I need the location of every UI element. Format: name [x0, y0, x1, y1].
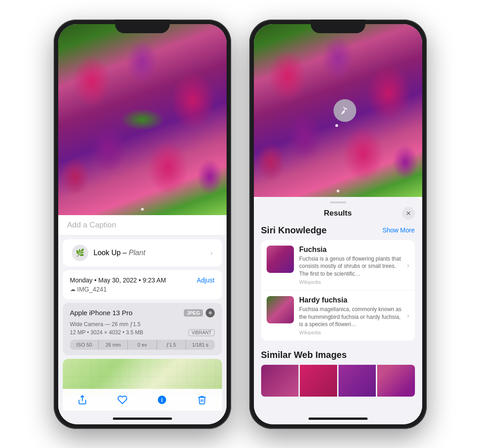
hardy-fuchsia-content: Hardy fuchsia Fuchsia magellanica, commo…: [299, 296, 402, 335]
siri-item-fuchsia[interactable]: Fuchsia Fuchsia is a genus of flowering …: [261, 240, 415, 291]
delete-button[interactable]: [196, 393, 208, 406]
leaf-icon: 🌿: [76, 248, 85, 257]
siri-item-hardy-fuchsia[interactable]: Hardy fuchsia Fuchsia magellanica, commo…: [261, 291, 415, 341]
filename-row: ☁ IMG_4241: [70, 286, 215, 293]
share-button[interactable]: [76, 393, 89, 406]
siri-knowledge-section: Siri Knowledge Show More Fuchsia Fuchsia…: [254, 225, 422, 347]
hardy-fuchsia-chevron: ›: [407, 312, 409, 319]
left-screen: Add a Caption 🌿 Look Up – Plant › Monday…: [58, 24, 227, 424]
fuchsia-content: Fuchsia Fuchsia is a genus of flowering …: [299, 246, 402, 285]
fuchsia-title: Fuchsia: [299, 246, 402, 254]
similar-web-section: Similar Web Images: [254, 350, 422, 402]
similar-image-3[interactable]: [339, 365, 376, 397]
exif-iso: ISO 50: [70, 340, 99, 350]
photo-date: Monday • May 30, 2022 • 9:23 AM: [70, 277, 166, 284]
right-flower-photo: [254, 24, 422, 197]
right-phone: Results ✕ Siri Knowledge Show More: [249, 20, 427, 429]
exif-shutter: 1/181 s: [186, 340, 215, 350]
siri-section-header: Siri Knowledge Show More: [261, 225, 415, 236]
results-close-button[interactable]: ✕: [402, 207, 415, 220]
results-header: Results ✕: [254, 203, 422, 225]
caption-placeholder[interactable]: Add a Caption: [67, 221, 116, 229]
right-photo-dot: [337, 190, 339, 192]
fuchsia-chevron: ›: [407, 262, 409, 269]
similar-web-title: Similar Web Images: [261, 350, 415, 360]
cloud-icon: ☁: [70, 286, 76, 292]
exif-focal: 26 mm: [99, 340, 128, 350]
resolution-text: 12 MP • 3024 × 4032 • 3.5 MB: [70, 329, 143, 336]
fuchsia-thumbnail: [267, 246, 294, 273]
lookup-row[interactable]: 🌿 Look Up – Plant ›: [63, 239, 222, 267]
right-phone-notch: [311, 20, 365, 33]
hardy-fuchsia-thumbnail: [267, 296, 294, 323]
similar-image-1[interactable]: [261, 365, 298, 397]
bottom-toolbar: i: [63, 389, 222, 411]
format-badge: JPEG: [184, 309, 202, 317]
info-button[interactable]: i: [156, 393, 168, 406]
flower-photo[interactable]: [58, 24, 227, 215]
results-title: Results: [274, 209, 402, 218]
left-phone: Add a Caption 🌿 Look Up – Plant › Monday…: [54, 20, 231, 429]
home-indicator: [113, 418, 172, 420]
adjust-button[interactable]: Adjust: [197, 277, 215, 284]
location-icon: ⊕: [206, 308, 215, 317]
phone-notch: [115, 20, 170, 33]
camera-name: Apple iPhone 13 Pro: [70, 309, 133, 317]
similar-images-row: [261, 365, 415, 397]
show-more-button[interactable]: Show More: [383, 227, 415, 234]
hardy-fuchsia-description: Fuchsia magellanica, commonly known as t…: [299, 306, 402, 328]
visual-lookup-badge[interactable]: [333, 99, 356, 122]
visual-lookup-dot: [335, 124, 338, 127]
svg-text:i: i: [162, 397, 163, 403]
exif-row: ISO 50 26 mm 0 ev ƒ1.5 1/181 s: [70, 340, 215, 350]
lookup-label: Look Up – Plant: [94, 249, 146, 257]
hardy-fuchsia-source: Wikipedia: [299, 330, 402, 335]
vibrant-badge: VIBRANT: [188, 329, 214, 336]
similar-image-4[interactable]: [377, 365, 414, 397]
siri-card: Fuchsia Fuchsia is a genus of flowering …: [261, 240, 415, 341]
siri-knowledge-title: Siri Knowledge: [261, 225, 327, 236]
filename: IMG_4241: [77, 286, 107, 293]
right-screen: Results ✕ Siri Knowledge Show More: [254, 24, 422, 424]
fuchsia-source: Wikipedia: [299, 279, 402, 285]
exif-ev: 0 ev: [128, 340, 157, 350]
favorite-button[interactable]: [116, 393, 129, 406]
similar-image-2[interactable]: [300, 365, 337, 397]
metadata-section: Monday • May 30, 2022 • 9:23 AM Adjust ☁…: [63, 270, 222, 299]
lookup-chevron: ›: [211, 249, 213, 257]
hardy-fuchsia-title: Hardy fuchsia: [299, 296, 402, 304]
right-home-indicator: [308, 418, 368, 420]
caption-area: Add a Caption: [58, 215, 227, 236]
lookup-icon: 🌿: [72, 245, 88, 261]
fuchsia-description: Fuchsia is a genus of flowering plants t…: [299, 255, 402, 278]
camera-section: Apple iPhone 13 Pro JPEG ⊕ Wide Camera —…: [63, 303, 222, 355]
exif-aperture: ƒ1.5: [157, 340, 186, 350]
results-panel: Results ✕ Siri Knowledge Show More: [254, 197, 422, 424]
wide-camera-detail: Wide Camera — 26 mm ƒ1.5: [70, 321, 215, 327]
